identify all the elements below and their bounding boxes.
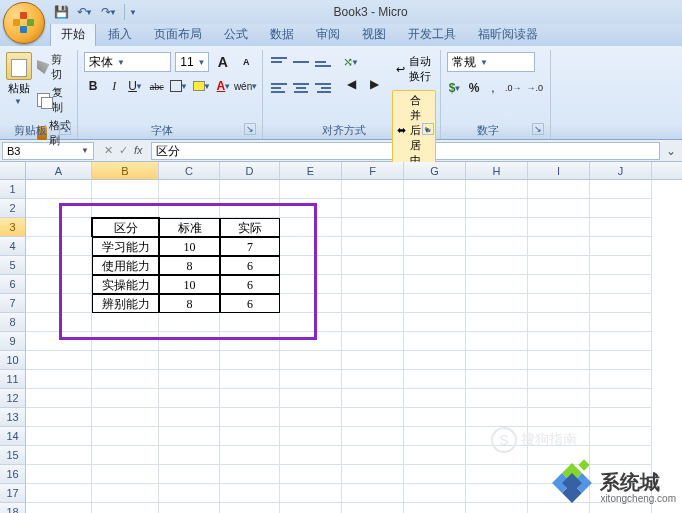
cell-D10[interactable] [220, 351, 280, 370]
align-bottom-button[interactable] [313, 52, 333, 72]
cell-F15[interactable] [342, 446, 404, 465]
dialog-launcher[interactable]: ↘ [59, 123, 71, 135]
dialog-launcher[interactable]: ↘ [532, 123, 544, 135]
cell-F12[interactable] [342, 389, 404, 408]
strike-button[interactable]: abc [148, 76, 166, 96]
cell-A13[interactable] [26, 408, 92, 427]
row-header-13[interactable]: 13 [0, 408, 26, 427]
cell-I7[interactable] [528, 294, 590, 313]
col-header-A[interactable]: A [26, 162, 92, 179]
cell-H5[interactable] [466, 256, 528, 275]
cell-G13[interactable] [404, 408, 466, 427]
cell-J12[interactable] [590, 389, 652, 408]
dialog-launcher[interactable]: ↘ [244, 123, 256, 135]
row-header-9[interactable]: 9 [0, 332, 26, 351]
percent-button[interactable]: % [466, 78, 482, 98]
chevron-down-icon[interactable]: ▼ [85, 8, 93, 17]
col-header-B[interactable]: B [92, 162, 159, 179]
cell-I2[interactable] [528, 199, 590, 218]
cell-G16[interactable] [404, 465, 466, 484]
cell-B11[interactable] [92, 370, 159, 389]
cell-D17[interactable] [220, 484, 280, 503]
cell-E12[interactable] [280, 389, 342, 408]
cell-G6[interactable] [404, 275, 466, 294]
cell-C12[interactable] [159, 389, 220, 408]
select-all-corner[interactable] [0, 162, 26, 179]
cell-C15[interactable] [159, 446, 220, 465]
qat-customize-button[interactable]: ▼ [129, 8, 137, 17]
cell-J7[interactable] [590, 294, 652, 313]
cell-F4[interactable] [342, 237, 404, 256]
cell-F1[interactable] [342, 180, 404, 199]
cell-G18[interactable] [404, 503, 466, 513]
cell-F9[interactable] [342, 332, 404, 351]
dialog-launcher[interactable]: ↘ [422, 123, 434, 135]
tab-0[interactable]: 开始 [50, 22, 96, 46]
row-header-10[interactable]: 10 [0, 351, 26, 370]
row-header-2[interactable]: 2 [0, 199, 26, 218]
cell-G4[interactable] [404, 237, 466, 256]
row-header-12[interactable]: 12 [0, 389, 26, 408]
increase-indent-button[interactable]: ▶ [364, 74, 384, 94]
bold-button[interactable]: B [84, 76, 102, 96]
tab-1[interactable]: 插入 [98, 23, 142, 46]
fill-color-button[interactable]: ▼ [192, 76, 212, 96]
cell-F5[interactable] [342, 256, 404, 275]
col-header-H[interactable]: H [466, 162, 528, 179]
row-header-15[interactable]: 15 [0, 446, 26, 465]
tab-2[interactable]: 页面布局 [144, 23, 212, 46]
cell-E14[interactable] [280, 427, 342, 446]
cell-G11[interactable] [404, 370, 466, 389]
tab-3[interactable]: 公式 [214, 23, 258, 46]
undo-button[interactable]: ↶▼ [76, 3, 94, 21]
accounting-format-button[interactable]: $▼ [447, 78, 463, 98]
cell-G2[interactable] [404, 199, 466, 218]
row-header-7[interactable]: 7 [0, 294, 26, 313]
row-header-16[interactable]: 16 [0, 465, 26, 484]
cell-H11[interactable] [466, 370, 528, 389]
cell-I13[interactable] [528, 408, 590, 427]
col-header-E[interactable]: E [280, 162, 342, 179]
cell-E15[interactable] [280, 446, 342, 465]
cell-D1[interactable] [220, 180, 280, 199]
font-color-button[interactable]: A▼ [215, 76, 233, 96]
cell-J11[interactable] [590, 370, 652, 389]
align-center-button[interactable] [291, 78, 311, 98]
cell-F16[interactable] [342, 465, 404, 484]
cell-A15[interactable] [26, 446, 92, 465]
cell-I4[interactable] [528, 237, 590, 256]
cell-G17[interactable] [404, 484, 466, 503]
tab-6[interactable]: 视图 [352, 23, 396, 46]
border-button[interactable]: ▼ [169, 76, 189, 96]
cell-H7[interactable] [466, 294, 528, 313]
expand-formula-bar-button[interactable]: ⌄ [660, 144, 682, 158]
cell-E18[interactable] [280, 503, 342, 513]
decrease-indent-button[interactable]: ◀ [341, 74, 361, 94]
col-header-D[interactable]: D [220, 162, 280, 179]
paste-button[interactable]: 粘贴 ▼ [6, 52, 32, 106]
cell-J2[interactable] [590, 199, 652, 218]
cell-A17[interactable] [26, 484, 92, 503]
cut-button[interactable]: 剪切 [37, 52, 71, 82]
phonetic-button[interactable]: wén▼ [236, 76, 256, 96]
cell-H1[interactable] [466, 180, 528, 199]
col-header-G[interactable]: G [404, 162, 466, 179]
cell-G5[interactable] [404, 256, 466, 275]
tab-7[interactable]: 开发工具 [398, 23, 466, 46]
cell-A11[interactable] [26, 370, 92, 389]
cell-D18[interactable] [220, 503, 280, 513]
cell-H12[interactable] [466, 389, 528, 408]
align-right-button[interactable] [313, 78, 333, 98]
cell-G15[interactable] [404, 446, 466, 465]
cell-I8[interactable] [528, 313, 590, 332]
cell-G9[interactable] [404, 332, 466, 351]
cell-H17[interactable] [466, 484, 528, 503]
comma-style-button[interactable]: , [485, 78, 501, 98]
cell-H10[interactable] [466, 351, 528, 370]
cell-C18[interactable] [159, 503, 220, 513]
cell-C1[interactable] [159, 180, 220, 199]
cell-D11[interactable] [220, 370, 280, 389]
cell-C13[interactable] [159, 408, 220, 427]
cell-D13[interactable] [220, 408, 280, 427]
copy-button[interactable]: 复制 [37, 85, 71, 115]
